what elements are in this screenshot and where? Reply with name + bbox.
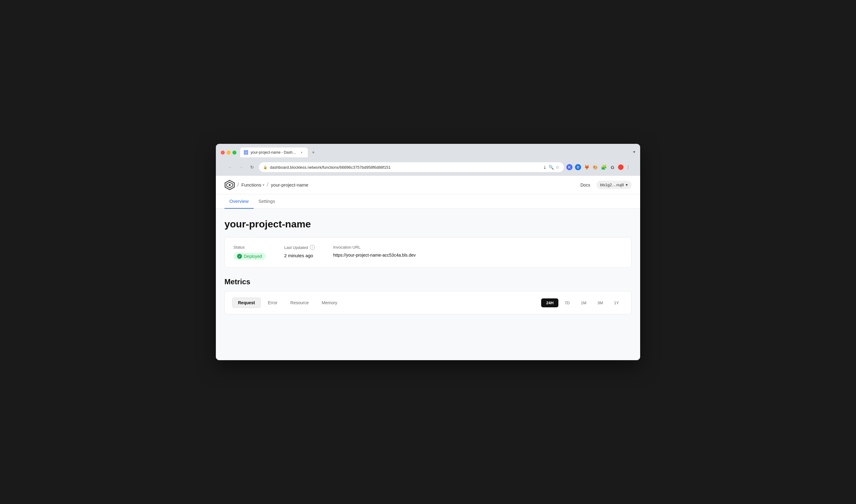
traffic-light-green[interactable] [232,150,236,155]
breadcrumb-sep-1: / [237,182,239,188]
last-updated-value: 2 minutes ago [284,253,315,258]
account-label: bls1g2....nuj8 [600,182,624,187]
info-card: Status ✓ Deployed Last Updated i 2 minut [225,237,631,268]
tab-title: your-project-name - Dashbo... [251,150,297,155]
browser-chrome: your-project-name - Dashbo... × + ▾ ← → … [216,144,640,176]
traffic-light-yellow[interactable] [227,150,231,155]
metric-tab-resource[interactable]: Resource [284,298,315,308]
app-logo [225,180,235,190]
status-value: Deployed [244,254,262,259]
page-tabs: Overview Settings [216,194,640,209]
zoom-icon[interactable]: 🔍 [549,165,554,169]
ext-puzzle-icon[interactable]: 🧩 [601,164,607,170]
account-badge[interactable]: bls1g2....nuj8 ▾ [596,181,631,189]
invocation-url[interactable]: https://your-project-name-acc53c4a.bls.d… [333,253,416,257]
ext-more-menu[interactable]: ⋮ [626,165,630,169]
address-actions: ⤓ 🔍 ☆ [543,165,559,169]
time-filter-7d[interactable]: 7D [559,299,575,307]
browser-window: your-project-name - Dashbo... × + ▾ ← → … [216,144,640,360]
address-url: dashboard.blockless.network/functions/66… [270,165,540,169]
ext-multi-icon[interactable]: 🎨 [592,164,598,170]
ext-k-icon[interactable]: K [566,164,572,170]
metric-tab-memory[interactable]: Memory [316,298,343,308]
time-filter-1y[interactable]: 1Y [609,299,624,307]
main-content: your-project-name Status ✓ Deployed [216,209,640,324]
browser-dropdown[interactable]: ▾ [633,149,635,154]
tab-overview[interactable]: Overview [225,194,254,209]
metrics-card: Request Error Resource Memory 24H 7D 1M … [225,291,631,314]
breadcrumb-sep-2: / [267,182,268,188]
functions-chevron: ▾ [263,183,264,187]
invocation-group: Invocation URL https://your-project-name… [333,245,416,260]
browser-tabs: your-project-name - Dashbo... × + [240,147,629,157]
tab-favicon [244,150,248,155]
time-filter-24h[interactable]: 24H [541,299,558,307]
ext-g-icon[interactable]: G [609,164,616,170]
invocation-label: Invocation URL [333,245,416,250]
address-bar[interactable]: 🔒 dashboard.blockless.network/functions/… [259,162,564,172]
time-filter-3m[interactable]: 3M [592,299,608,307]
breadcrumb-project: your-project-name [271,182,308,187]
ext-fox-icon[interactable]: 🦊 [584,164,590,170]
tab-close-button[interactable]: × [299,150,304,155]
page-content: / Functions ▾ / your-project-name Docs b… [216,176,640,360]
reload-button[interactable]: ↻ [248,163,256,172]
info-icon: i [310,245,315,250]
browser-toolbar: ← → ↻ 🔒 dashboard.blockless.network/func… [221,160,635,176]
project-title: your-project-name [225,218,631,230]
status-check-icon: ✓ [238,255,241,258]
metrics-controls: Request Error Resource Memory 24H 7D 1M … [232,298,624,308]
metrics-title: Metrics [225,277,631,286]
browser-titlebar: your-project-name - Dashbo... × + ▾ [221,147,635,157]
new-tab-button[interactable]: + [309,148,318,157]
status-badge: ✓ Deployed [233,253,266,260]
breadcrumb-functions[interactable]: Functions ▾ [242,182,264,187]
status-label: Status [233,245,266,250]
traffic-light-red[interactable] [221,150,225,155]
download-icon[interactable]: ⤓ [543,165,547,169]
metrics-section: Metrics Request Error Resource Memory 24… [225,277,631,314]
time-filter-1m[interactable]: 1M [576,299,591,307]
browser-tab-active[interactable]: your-project-name - Dashbo... × [240,147,308,157]
svg-marker-1 [245,151,247,154]
app-header: / Functions ▾ / your-project-name Docs b… [216,176,640,194]
back-button[interactable]: ← [226,163,234,172]
status-group: Status ✓ Deployed [233,245,266,260]
svg-point-4 [229,184,231,186]
blockless-logo-icon [225,180,235,190]
time-filters: 24H 7D 1M 3M 1Y [541,299,624,307]
header-actions: Docs bls1g2....nuj8 ▾ [581,181,631,189]
metric-tab-error[interactable]: Error [262,298,283,308]
status-dot: ✓ [237,254,242,259]
metric-tab-request[interactable]: Request [232,298,261,308]
breadcrumb: / Functions ▾ / your-project-name [237,182,581,188]
ext-o-icon[interactable]: O [575,164,581,170]
forward-button[interactable]: → [237,163,245,172]
security-icon: 🔒 [263,165,268,169]
tab-settings[interactable]: Settings [254,194,280,209]
ext-rec-icon[interactable] [618,164,624,170]
account-chevron: ▾ [626,182,628,187]
docs-link[interactable]: Docs [581,182,590,187]
traffic-lights [221,150,236,155]
functions-label: Functions [242,182,261,187]
browser-extensions: K O 🦊 🎨 🧩 G ⋮ [566,164,630,170]
metrics-tabs: Request Error Resource Memory [232,298,343,308]
bookmark-icon[interactable]: ☆ [556,165,559,169]
last-updated-group: Last Updated i 2 minutes ago [284,245,315,260]
last-updated-label: Last Updated i [284,245,315,250]
